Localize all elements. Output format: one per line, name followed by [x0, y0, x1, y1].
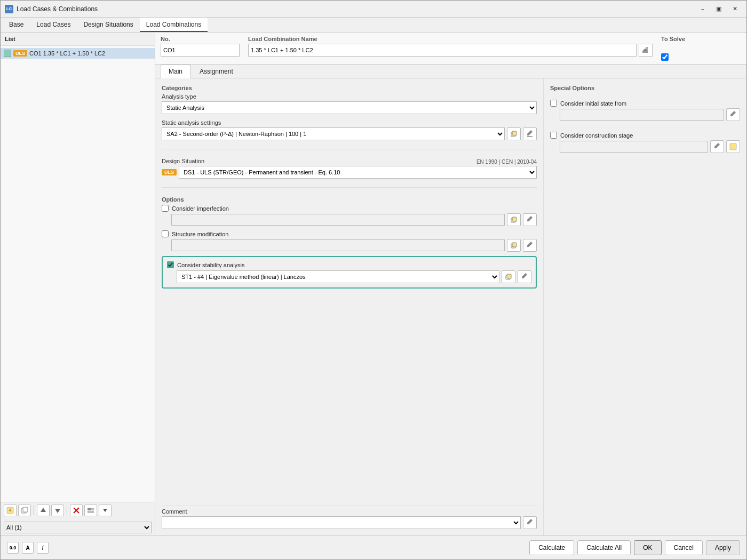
structure-modification-fields	[162, 239, 537, 252]
list-item[interactable]: ULS CO1 1.35 * LC1 + 1.50 * LC2	[1, 48, 155, 59]
menubar: Base Load Cases Design Situations Load C…	[1, 18, 746, 33]
structure-mod-edit-btn[interactable]	[523, 239, 537, 252]
duplicate-item-button[interactable]	[18, 505, 31, 516]
move-down-button[interactable]	[51, 505, 64, 516]
to-solve-checkbox[interactable]	[661, 53, 669, 61]
initial-state-edit-btn[interactable]	[726, 108, 740, 121]
stability-section: Consider stability analysis ST1 - #4 | E…	[162, 256, 537, 289]
special-options-label: Special Options	[550, 85, 740, 91]
tab-load-combinations[interactable]: Load Combinations	[140, 18, 208, 32]
construction-stage-checkbox[interactable]	[550, 132, 557, 139]
structure-modification-input[interactable]	[171, 239, 505, 251]
static-settings-edit-button[interactable]	[523, 127, 537, 140]
initial-state-checkbox[interactable]	[550, 100, 557, 107]
ok-button[interactable]: OK	[634, 540, 661, 555]
stability-label: Consider stability analysis	[177, 262, 245, 268]
maximize-button[interactable]: ▣	[711, 4, 726, 14]
stability-select[interactable]: ST1 - #4 | Eigenvalue method (linear) | …	[177, 270, 499, 283]
view-toggle-button[interactable]	[84, 505, 97, 516]
name-input[interactable]	[248, 44, 637, 57]
list-item-label: CO1 1.35 * LC1 + 1.50 * LC2	[29, 50, 105, 57]
uls-badge: ULS	[13, 50, 27, 57]
content-area: List ULS CO1 1.35 * LC1 + 1.50 * LC2 +	[1, 33, 746, 535]
initial-state-check-row: Consider initial state from	[550, 100, 740, 107]
list-toolbar: +	[1, 502, 155, 535]
static-settings-copy-button[interactable]	[507, 127, 521, 140]
svg-text:+: +	[9, 507, 12, 513]
close-button[interactable]: ✕	[727, 4, 742, 14]
list-content: ULS CO1 1.35 * LC1 + 1.50 * LC2	[1, 46, 155, 502]
imperfection-input[interactable]	[171, 214, 505, 226]
construction-stage-input[interactable]	[560, 141, 708, 153]
static-settings-row: SA2 - Second-order (P-Δ) | Newton-Raphso…	[162, 127, 537, 140]
tab-base[interactable]: Base	[3, 18, 30, 32]
svg-rect-25	[730, 143, 736, 150]
minimize-button[interactable]: −	[695, 4, 710, 14]
apply-button[interactable]: Apply	[706, 540, 740, 555]
structure-modification-checkbox[interactable]	[162, 230, 169, 237]
main-window: LC Load Cases & Combinations − ▣ ✕ Base …	[0, 0, 747, 560]
stability-checkbox[interactable]	[167, 261, 174, 268]
comment-divider	[162, 506, 537, 506]
name-edit-button[interactable]	[639, 44, 653, 57]
tab-design-situations[interactable]: Design Situations	[77, 18, 139, 32]
categories-label: Categories	[162, 85, 537, 91]
comment-field-row	[162, 516, 537, 529]
construction-stage-fields	[550, 140, 740, 153]
initial-state-option: Consider initial state from	[550, 100, 740, 121]
static-settings-label: Static analysis settings	[162, 119, 537, 126]
svg-rect-9	[91, 508, 94, 510]
view-down-button[interactable]	[99, 505, 112, 516]
add-item-button[interactable]: +	[4, 505, 17, 516]
svg-rect-11	[91, 511, 94, 513]
calculate-button[interactable]: Calculate	[529, 540, 574, 555]
static-settings-select[interactable]: SA2 - Second-order (P-Δ) | Newton-Raphso…	[162, 127, 505, 140]
no-input[interactable]	[161, 44, 240, 57]
imperfection-copy-btn[interactable]	[507, 213, 521, 226]
comment-label: Comment	[162, 508, 537, 515]
initial-state-fields	[550, 108, 740, 121]
construction-stage-edit-btn[interactable]	[710, 140, 724, 153]
list-filter-select[interactable]: All (1)	[4, 522, 152, 533]
design-situation-select[interactable]: DS1 - ULS (STR/GEO) - Permanent and tran…	[179, 166, 537, 179]
stability-check-row: Consider stability analysis	[167, 261, 531, 268]
imperfection-edit-btn[interactable]	[523, 213, 537, 226]
categories-section: Categories Analysis type Static Analysis…	[162, 85, 537, 140]
svg-rect-8	[88, 508, 91, 510]
analysis-type-label: Analysis type	[162, 93, 537, 100]
cancel-button[interactable]: Cancel	[665, 540, 703, 555]
initial-state-input[interactable]	[560, 109, 724, 121]
imperfection-checkbox[interactable]	[162, 205, 169, 212]
tab-load-cases[interactable]: Load Cases	[30, 18, 77, 32]
divider-1	[162, 149, 537, 149]
formula-icon-button[interactable]: f	[37, 542, 49, 554]
delete-item-button[interactable]	[70, 505, 83, 516]
construction-stage-check-row: Consider construction stage	[550, 132, 740, 139]
main-panel: No. Load Combination Name To Solve	[155, 33, 746, 535]
main-body: Categories Analysis type Static Analysis…	[155, 78, 746, 535]
decimal-icon-button[interactable]: 0.0	[7, 542, 19, 554]
structure-mod-copy-btn[interactable]	[507, 239, 521, 252]
text-icon-button[interactable]: A	[22, 542, 34, 554]
left-main-column: Categories Analysis type Static Analysis…	[155, 78, 544, 535]
design-situation-label: Design Situation	[162, 158, 204, 164]
construction-stage-extra-btn[interactable]	[726, 140, 740, 153]
stability-edit-btn[interactable]	[518, 270, 531, 283]
tab-main[interactable]: Main	[161, 65, 190, 78]
analysis-type-select[interactable]: Static Analysis	[162, 101, 537, 114]
move-up-button[interactable]	[37, 505, 50, 516]
structure-modification-check-row: Structure modification	[162, 230, 537, 237]
svg-rect-24	[507, 274, 511, 278]
stability-copy-btn[interactable]	[502, 270, 515, 283]
name-group: Load Combination Name	[248, 36, 653, 61]
titlebar: LC Load Cases & Combinations − ▣ ✕	[1, 1, 746, 18]
svg-rect-22	[512, 243, 516, 247]
tab-assignment[interactable]: Assignment	[192, 65, 241, 78]
to-solve-group: To Solve	[661, 36, 741, 61]
comment-edit-btn[interactable]	[523, 516, 537, 529]
structure-modification-option: Structure modification	[162, 230, 537, 252]
comment-select[interactable]	[162, 516, 521, 529]
calculate-all-button[interactable]: Calculate All	[577, 540, 631, 555]
right-main-column: Special Options Consider initial state f…	[544, 78, 746, 535]
design-situation-norm: EN 1990 | CEN | 2010-04	[476, 159, 537, 165]
